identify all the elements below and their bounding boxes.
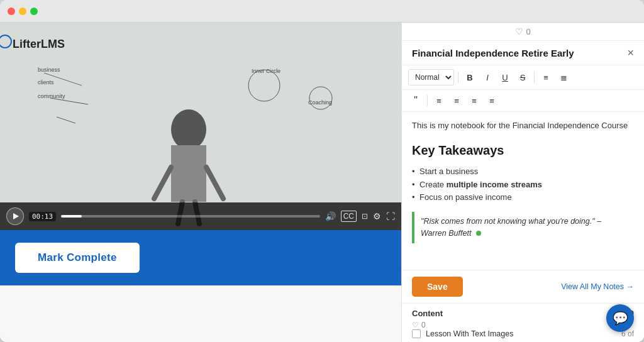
svg-text:business: business: [38, 67, 60, 73]
list-item: Create multiple income streams: [412, 179, 634, 192]
mark-complete-section: Mark Complete: [0, 230, 401, 285]
play-icon: [13, 213, 19, 219]
notes-panel-title: Financial Independence Retire Early: [412, 48, 574, 58]
align-center-button[interactable]: ≡: [449, 92, 464, 109]
align-right-button[interactable]: ≡: [467, 92, 482, 109]
volume-icon[interactable]: 🔊: [325, 211, 336, 221]
chat-bubble-button[interactable]: 💬: [606, 304, 634, 332]
content-label: Content: [412, 309, 443, 318]
mark-complete-button[interactable]: Mark Complete: [15, 243, 140, 273]
browser-toolbar: [0, 0, 644, 23]
content-row: Content 10: [412, 309, 634, 318]
align-left-button[interactable]: ≡: [431, 92, 447, 109]
format-select[interactable]: Normal: [408, 69, 454, 86]
align-justify-button[interactable]: ≡: [484, 92, 499, 109]
content-heart-row: ♡ 0: [412, 321, 634, 329]
italic-button[interactable]: I: [480, 69, 495, 86]
list-ol-button[interactable]: ≣: [556, 69, 571, 86]
video-placeholder: LifterLMS: [0, 23, 401, 230]
content-heart-count: 0: [421, 321, 426, 329]
svg-point-3: [171, 109, 206, 150]
right-panel: ♡ 0 Financial Independence Retire Early …: [401, 23, 644, 342]
left-panel: LifterLMS: [0, 23, 401, 342]
right-panel-wrapper: ♡ 0 Financial Independence Retire Early …: [401, 23, 644, 342]
video-controls: 00:13 🔊 CC ⊡ ⚙ ⛶: [0, 202, 401, 230]
browser-window: LifterLMS: [0, 0, 644, 342]
toolbar-sep-3: [427, 95, 428, 106]
underline-button[interactable]: U: [497, 69, 513, 86]
svg-text:community: community: [38, 93, 65, 99]
quote-text: "Risk comes from not knowing what you're…: [421, 217, 601, 238]
toolbar-sep-2: [534, 72, 535, 83]
heart-icon[interactable]: ♡: [515, 26, 523, 36]
strikethrough-button[interactable]: S: [515, 69, 530, 86]
bold-button[interactable]: B: [462, 69, 477, 86]
svg-text:Inner Circle: Inner Circle: [252, 68, 280, 74]
notes-body[interactable]: This is my notebook for the Financial In…: [402, 112, 644, 270]
list-ul-button[interactable]: ≡: [538, 69, 553, 86]
chat-icon: 💬: [613, 311, 628, 326]
notes-heading: Key Takeaways: [412, 140, 634, 160]
cc-icon[interactable]: CC: [341, 211, 357, 222]
browser-dot-green[interactable]: [30, 8, 38, 15]
view-all-notes-link[interactable]: View All My Notes: [561, 282, 634, 291]
play-button[interactable]: [6, 207, 24, 225]
settings-icon[interactable]: ⚙: [373, 211, 381, 221]
notes-intro-text: This is my notebook for the Financial In…: [412, 119, 634, 133]
browser-dot-red[interactable]: [8, 8, 15, 15]
browser-dot-yellow[interactable]: [19, 8, 26, 15]
notes-footer: Save View All My Notes: [402, 270, 644, 303]
editor-toolbar-row1: Normal B I U S ≡ ≣: [402, 65, 644, 90]
lesson-checkbox[interactable]: [412, 329, 421, 338]
notes-header: Financial Independence Retire Early ×: [402, 41, 644, 65]
time-display: 00:13: [29, 212, 56, 221]
close-button[interactable]: ×: [627, 47, 634, 58]
quote-dot: [476, 231, 481, 236]
lesson-text: Lesson With Text Images: [426, 329, 513, 338]
screen-icon[interactable]: ⊡: [362, 212, 368, 221]
content-heart-icon[interactable]: ♡: [412, 321, 419, 329]
notes-quote: "Risk comes from not knowing what you're…: [412, 212, 634, 243]
heart-bar: ♡ 0: [402, 23, 644, 41]
lesson-row: Lesson With Text Images 6 of: [412, 329, 634, 338]
heart-count: 0: [526, 27, 530, 36]
svg-rect-4: [171, 145, 206, 202]
whiteboard-bg: LifterLMS: [0, 23, 401, 230]
progress-bar[interactable]: [61, 215, 320, 218]
editor-toolbar-row2: " ≡ ≡ ≡ ≡: [402, 90, 644, 112]
progress-bar-fill: [61, 215, 82, 218]
control-icons: 🔊 CC ⊡ ⚙ ⛶: [325, 211, 395, 222]
list-item: Start a business: [412, 165, 634, 179]
list-item: Focus on passive income: [412, 191, 634, 204]
svg-text:LifterLMS: LifterLMS: [13, 38, 65, 50]
svg-text:clients: clients: [38, 79, 54, 86]
notes-bullet-list: Start a business Create multiple income …: [412, 165, 634, 204]
blockquote-button[interactable]: ": [408, 92, 423, 109]
fullscreen-icon[interactable]: ⛶: [386, 211, 395, 221]
video-container: LifterLMS: [0, 23, 401, 230]
browser-content: LifterLMS: [0, 23, 644, 342]
save-button[interactable]: Save: [412, 277, 463, 297]
toolbar-sep-1: [458, 72, 458, 83]
